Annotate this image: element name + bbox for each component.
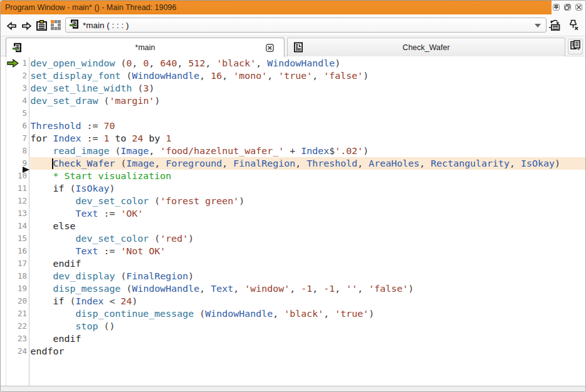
program-counter-arrow-icon [7, 59, 19, 70]
code-line[interactable]: if (IsOkay) [1, 182, 585, 195]
forward-arrow-icon [22, 21, 31, 33]
main-procedure-icon [70, 19, 79, 32]
tabbar: *main [1, 36, 585, 56]
dock-grid-icon [51, 20, 61, 33]
code-line[interactable]: dev_set_color ('red') [1, 232, 585, 245]
code-line[interactable]: dev_open_window (0, 0, 640, 512, 'black'… [1, 57, 585, 70]
close-tab-button[interactable] [266, 43, 274, 54]
toolbar: *main ( : : : ) [1, 14, 585, 36]
main-procedure-icon [13, 42, 22, 56]
code-line[interactable]: Check_Wafer (Image, Foreground, FinalReg… [1, 157, 585, 170]
tab-check-wafer-label: Check_Wafer [288, 43, 565, 52]
code-line[interactable]: if (Index < 24) [1, 295, 585, 307]
code-line[interactable]: dev_set_line_width (3) [1, 82, 585, 95]
code-line[interactable]: Text := 'OK' [1, 207, 585, 220]
clipboard-icon [36, 20, 47, 33]
restore-icon [565, 4, 570, 10]
code-line[interactable]: dev_set_color ('forest green') [1, 195, 585, 207]
code-line[interactable] [1, 107, 585, 120]
window-title: Program Window - main* () - Main Thread:… [5, 1, 177, 14]
close-window-button[interactable] [575, 4, 582, 11]
code-line[interactable]: Threshold := 70 [1, 120, 585, 132]
procedure-combobox-value: *main ( : : : ) [83, 21, 129, 30]
dock-grid-button[interactable] [51, 20, 61, 33]
open-in-editor-icon [549, 19, 561, 33]
window-bottom-frame [1, 386, 585, 391]
code-line[interactable]: endfor [1, 345, 585, 358]
navigate-forward-button[interactable] [22, 21, 31, 33]
pin-icon [553, 4, 559, 10]
back-arrow-icon [7, 21, 16, 33]
pin-window-button[interactable] [553, 4, 560, 11]
program-window: Program Window - main* () - Main Thread:… [0, 0, 586, 392]
code-line[interactable]: endif [1, 333, 585, 345]
code-line[interactable]: Text := 'Not OK' [1, 245, 585, 257]
close-icon [576, 4, 582, 10]
titlebar-buttons [553, 4, 582, 11]
code-line[interactable]: disp_message (WindowHandle, Text, 'windo… [1, 282, 585, 295]
code-line[interactable]: read_image (Image, 'food/hazelnut_wafer_… [1, 145, 585, 157]
code-line[interactable]: dev_display (FinalRegion) [1, 270, 585, 282]
procedure-document-icon [294, 42, 303, 55]
code-editor[interactable]: 123456789101112131415161718192021222324 … [1, 56, 585, 386]
insert-cursor-marker [23, 167, 29, 173]
text-caret [52, 158, 53, 169]
open-in-editor-button[interactable] [549, 19, 561, 33]
code-line[interactable]: endif [1, 257, 585, 270]
unpin-icon [568, 19, 579, 33]
restore-window-button[interactable] [564, 4, 571, 11]
combobox-dropdown-icon[interactable] [535, 24, 541, 28]
code-line[interactable]: * Start visualization [1, 170, 585, 182]
code-line[interactable]: dev_set_draw ('margin') [1, 95, 585, 107]
tab-list-icon [570, 40, 581, 53]
code-line[interactable]: set_display_font (WindowHandle, 16, 'mon… [1, 70, 585, 82]
procedure-combobox[interactable]: *main ( : : : ) [65, 18, 547, 33]
tab-check-wafer[interactable]: Check_Wafer [287, 38, 565, 56]
code-line[interactable]: for Index := 1 to 24 by 1 [1, 132, 585, 145]
unpin-button[interactable] [568, 19, 579, 33]
clipboard-button[interactable] [36, 20, 47, 33]
titlebar[interactable]: Program Window - main* () - Main Thread:… [1, 1, 585, 14]
tab-main[interactable]: *main [6, 38, 285, 57]
code-line[interactable]: disp_continue_message (WindowHandle, 'bl… [1, 307, 585, 320]
navigate-back-button[interactable] [7, 21, 16, 33]
tab-main-label: *main [6, 43, 284, 52]
code-line[interactable]: stop () [1, 320, 585, 333]
code-line[interactable]: else [1, 220, 585, 232]
tab-list-button[interactable] [568, 39, 583, 54]
